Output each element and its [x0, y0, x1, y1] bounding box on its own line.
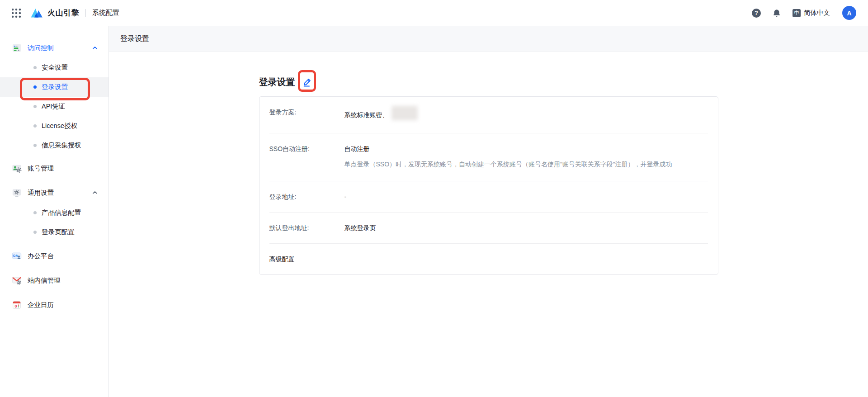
bullet-dot-icon: [33, 66, 37, 69]
sidebar-item-label: 企业日历: [28, 301, 98, 309]
notifications-bell-icon[interactable]: [772, 9, 781, 18]
general-settings-icon: [12, 188, 22, 198]
section-title: 登录设置: [259, 76, 295, 88]
topbar-left: 火山引擎 系统配置: [11, 7, 119, 19]
main-area: 登录设置 登录设置: [109, 26, 868, 397]
login-settings-card: 登录方案: 系统标准账密、 SSO自动注册: 自动注册 单点登录（SSO）时，发…: [259, 96, 718, 275]
sidebar-item-account-management[interactable]: 账号管理: [0, 158, 108, 179]
sidebar-item-product-info-config[interactable]: 产品信息配置: [0, 203, 108, 222]
sidebar-item-label: 产品信息配置: [42, 208, 81, 217]
shell: 访问控制 安全设置 登录设置 API凭证 License授权: [0, 26, 868, 397]
topbar-right: ? 中 简体中文 A: [752, 6, 856, 20]
sidebar-item-label: 登录页配置: [42, 228, 75, 236]
row-default-logout-address: 默认登出地址: 系统登录页: [269, 212, 708, 243]
row-value: 自动注册: [344, 144, 708, 153]
row-label: 登录方案:: [269, 108, 344, 122]
bullet-dot-icon: [33, 144, 37, 147]
sidebar-item-access-control[interactable]: 访问控制: [0, 38, 108, 58]
brand-name: 火山引擎: [47, 8, 79, 18]
sidebar-item-login-settings[interactable]: 登录设置: [0, 77, 108, 97]
office-platform-icon: OA: [12, 251, 22, 261]
chevron-up-icon: [92, 45, 98, 51]
sidebar-item-internal-mail-management[interactable]: 站内信管理: [0, 270, 108, 291]
page-header: 登录设置: [109, 26, 868, 52]
sidebar-item-api-credentials[interactable]: API凭证: [0, 97, 108, 116]
section-title-row: 登录设置: [259, 76, 718, 88]
sidebar-item-label: 站内信管理: [28, 276, 98, 285]
account-management-icon: [12, 163, 22, 173]
row-value: -: [344, 192, 347, 201]
sidebar-item-info-collection-authorization[interactable]: 信息采集授权: [0, 136, 108, 155]
content: 登录设置: [109, 52, 868, 397]
bullet-dot-icon: [33, 124, 37, 128]
sidebar-item-security-settings[interactable]: 安全设置: [0, 58, 108, 77]
sidebar-item-label: 通用设置: [28, 189, 92, 197]
row-login-address: 登录地址: -: [269, 181, 708, 212]
app-title: 系统配置: [92, 9, 119, 17]
language-icon: 中: [793, 9, 801, 17]
row-label: SSO自动注册:: [269, 144, 344, 170]
bullet-dot-icon: [33, 231, 37, 234]
volcano-engine-logo-icon: [30, 7, 43, 19]
sidebar-item-office-platform[interactable]: OA 办公平台: [0, 246, 108, 266]
sidebar-item-label: 访问控制: [28, 44, 92, 52]
row-login-scheme: 登录方案: 系统标准账密、: [269, 97, 708, 133]
row-value: 系统登录页: [344, 223, 376, 232]
sidebar-item-label: API凭证: [42, 102, 65, 111]
bullet-dot-icon: [33, 105, 37, 108]
svg-text:8: 8: [14, 304, 17, 308]
row-advanced-config: 高级配置: [269, 243, 708, 274]
access-control-icon: [12, 43, 22, 53]
internal-mail-icon: [12, 275, 22, 285]
sidebar-item-license-authorization[interactable]: License授权: [0, 116, 108, 136]
app: 火山引擎 系统配置 ? 中 简体中文 A: [0, 0, 868, 397]
content-inner: 登录设置: [259, 76, 718, 275]
svg-text:OA: OA: [13, 254, 18, 258]
row-label: 登录地址:: [269, 192, 344, 201]
page-title: 登录设置: [120, 34, 149, 44]
row-description: 单点登录（SSO）时，发现无系统账号，自动创建一个系统账号（账号名使用“账号关联…: [344, 159, 708, 170]
chevron-up-icon: [92, 190, 98, 195]
row-sso-auto-register: SSO自动注册: 自动注册 单点登录（SSO）时，发现无系统账号，自动创建一个系…: [269, 133, 708, 181]
row-value-wrap: 系统标准账密、: [344, 108, 418, 122]
avatar[interactable]: A: [842, 6, 856, 20]
sidebar-item-login-page-config[interactable]: 登录页配置: [0, 222, 108, 242]
edit-pencil-icon[interactable]: [302, 77, 312, 87]
sidebar-item-label: 信息采集授权: [42, 141, 81, 150]
sidebar: 访问控制 安全设置 登录设置 API凭证 License授权: [0, 26, 109, 397]
redacted-blur-patch: [392, 106, 418, 120]
sidebar-item-label: 办公平台: [28, 252, 98, 260]
edit-wrap: [302, 77, 312, 87]
topbar-divider: [85, 9, 86, 17]
topbar: 火山引擎 系统配置 ? 中 简体中文 A: [0, 0, 868, 26]
sidebar-item-enterprise-calendar[interactable]: 8 企业日历: [0, 294, 108, 315]
language-selector[interactable]: 中 简体中文: [793, 9, 830, 17]
row-value: 系统标准账密、: [344, 110, 389, 119]
sidebar-item-label: License授权: [42, 122, 77, 130]
app-launcher-icon[interactable]: [11, 8, 22, 19]
sidebar-item-label: 安全设置: [42, 63, 68, 72]
bullet-dot-icon: [33, 211, 37, 214]
row-label: 默认登出地址:: [269, 223, 344, 232]
calendar-icon: 8: [12, 300, 22, 310]
help-icon[interactable]: ?: [752, 9, 761, 18]
sidebar-item-general-settings[interactable]: 通用设置: [0, 182, 108, 203]
row-value-wrap: 自动注册 单点登录（SSO）时，发现无系统账号，自动创建一个系统账号（账号名使用…: [344, 144, 708, 170]
sidebar-item-label: 登录设置: [42, 83, 68, 91]
advanced-config-link[interactable]: 高级配置: [269, 255, 295, 264]
sidebar-item-label: 账号管理: [28, 164, 98, 173]
bullet-dot-icon: [33, 85, 37, 89]
language-label: 简体中文: [804, 9, 830, 17]
